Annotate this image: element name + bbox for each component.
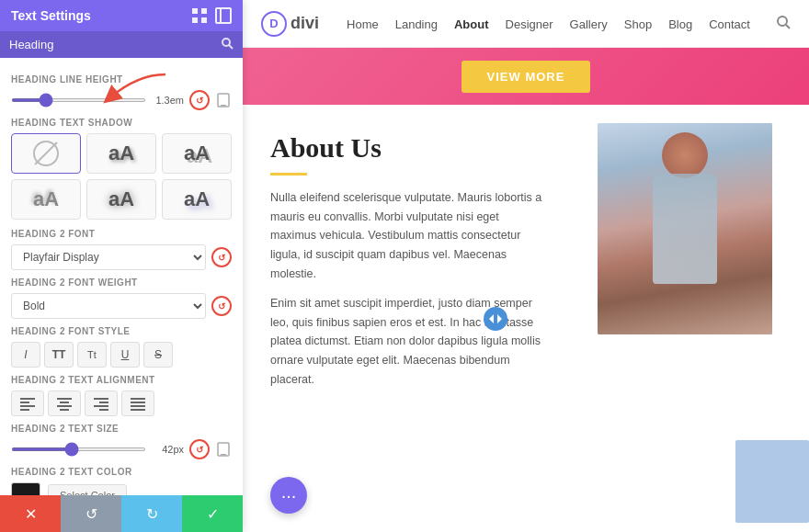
align-center[interactable] bbox=[48, 391, 81, 416]
h2-font-row: Playfair Display Open Sans Roboto ↺ bbox=[11, 244, 232, 270]
nav-contact[interactable]: Contact bbox=[709, 17, 750, 31]
svg-rect-26 bbox=[218, 443, 229, 456]
fab-button[interactable]: ··· bbox=[270, 477, 307, 514]
h2-weight-reset[interactable]: ↺ bbox=[211, 296, 232, 316]
panel-fullscreen-icon[interactable] bbox=[215, 7, 232, 24]
h2-size-device[interactable] bbox=[215, 441, 232, 458]
cancel-button[interactable]: ✕ bbox=[0, 495, 61, 532]
h2-style-label: Heading 2 Font Style bbox=[11, 326, 232, 336]
text-settings-panel: Text Settings bbox=[0, 0, 243, 532]
style-italic[interactable]: I bbox=[11, 342, 40, 368]
nav-home[interactable]: Home bbox=[347, 17, 379, 31]
h2-weight-row: Bold Normal Light 800 ↺ bbox=[11, 293, 232, 319]
search-input[interactable] bbox=[9, 38, 221, 51]
style-tt-lower[interactable]: Tt bbox=[77, 342, 107, 368]
line-height-device[interactable] bbox=[215, 92, 232, 108]
svg-line-29 bbox=[786, 25, 790, 28]
shadow-option-2[interactable]: aA bbox=[162, 133, 232, 174]
nav-search-icon[interactable] bbox=[776, 15, 791, 33]
svg-rect-10 bbox=[20, 398, 35, 400]
style-strikethrough[interactable]: S bbox=[143, 342, 173, 368]
align-justify[interactable] bbox=[121, 391, 154, 416]
nav-gallery[interactable]: Gallery bbox=[570, 17, 608, 31]
nav-shop[interactable]: Shop bbox=[624, 17, 652, 31]
shadow-option-none[interactable] bbox=[11, 133, 81, 174]
view-more-button[interactable]: VIEW MORE bbox=[461, 61, 591, 93]
shadow-grid: aA aA aA aA aA bbox=[11, 133, 232, 220]
panel-footer: ✕ ↺ ↻ ✓ bbox=[0, 495, 243, 532]
panel-header: Text Settings bbox=[0, 0, 243, 31]
about-image bbox=[598, 123, 772, 334]
nav-designer[interactable]: Designer bbox=[506, 17, 553, 31]
svg-rect-18 bbox=[94, 398, 108, 400]
about-section: About Us Nulla eleifend scelerisque vulp… bbox=[243, 105, 570, 532]
nav-blog[interactable]: Blog bbox=[668, 17, 692, 31]
search-icon[interactable] bbox=[221, 37, 234, 52]
h2-weight-label: Heading 2 Font Weight bbox=[11, 277, 232, 288]
h2-size-label: Heading 2 Text Size bbox=[11, 424, 232, 434]
align-right[interactable] bbox=[85, 391, 118, 416]
svg-rect-13 bbox=[20, 409, 29, 411]
about-heading: About Us bbox=[270, 132, 542, 164]
shadow-option-1[interactable]: aA bbox=[86, 133, 156, 174]
h2-select-color-btn[interactable]: Select Color bbox=[48, 484, 127, 495]
h2-font-select[interactable]: Playfair Display Open Sans Roboto bbox=[11, 244, 206, 270]
svg-rect-11 bbox=[20, 402, 29, 403]
h2-style-btns: I TT Tt U S bbox=[11, 342, 232, 368]
about-divider bbox=[270, 173, 307, 175]
svg-rect-23 bbox=[131, 402, 145, 403]
site-logo: D divi bbox=[261, 11, 319, 37]
svg-rect-8 bbox=[218, 94, 229, 107]
h2-font-label: Heading 2 Font bbox=[11, 229, 232, 239]
h2-font-reset[interactable]: ↺ bbox=[211, 247, 232, 267]
line-height-reset[interactable]: ↺ bbox=[189, 90, 210, 110]
svg-rect-3 bbox=[201, 17, 207, 23]
expand-icon[interactable] bbox=[484, 307, 507, 331]
h2-color-row: Select Color bbox=[11, 482, 232, 495]
svg-rect-22 bbox=[131, 398, 145, 400]
shadow-option-3[interactable]: aA bbox=[11, 179, 81, 220]
panel-content: Heading Line Height 1.3em ↺ Heading Text… bbox=[0, 58, 243, 495]
svg-rect-12 bbox=[20, 405, 35, 407]
h2-weight-select[interactable]: Bold Normal Light 800 bbox=[11, 293, 206, 319]
svg-rect-4 bbox=[216, 8, 231, 23]
h2-size-reset[interactable]: ↺ bbox=[189, 439, 210, 459]
h2-color-label: Heading 2 Text Color bbox=[11, 467, 232, 477]
site-content: About Us Nulla eleifend scelerisque vulp… bbox=[243, 105, 809, 532]
svg-rect-16 bbox=[57, 405, 72, 407]
shadow-option-5[interactable]: aA bbox=[162, 179, 232, 220]
svg-rect-14 bbox=[57, 398, 72, 400]
svg-rect-1 bbox=[201, 8, 207, 14]
nav-landing[interactable]: Landing bbox=[395, 17, 438, 31]
site-nav: D divi Home Landing About Designer Galle… bbox=[243, 0, 809, 48]
panel-title: Text Settings bbox=[11, 8, 91, 23]
image-blue-rect bbox=[735, 440, 809, 523]
svg-rect-17 bbox=[60, 409, 69, 411]
h2-size-value: 42px bbox=[152, 444, 184, 455]
svg-rect-21 bbox=[99, 409, 108, 411]
panel-grid-icon[interactable] bbox=[191, 7, 208, 24]
hero-strip: VIEW MORE bbox=[243, 48, 809, 105]
logo-text: divi bbox=[291, 14, 319, 33]
about-para-1: Nulla eleifend scelerisque vulputate. Ma… bbox=[270, 188, 542, 283]
align-left[interactable] bbox=[11, 391, 44, 416]
image-area bbox=[570, 105, 809, 532]
undo-button[interactable]: ↺ bbox=[61, 495, 121, 532]
fab-icon: ··· bbox=[281, 486, 297, 504]
shadow-option-4[interactable]: aA bbox=[86, 179, 156, 220]
redo-button[interactable]: ↻ bbox=[121, 495, 182, 532]
nav-about[interactable]: About bbox=[454, 17, 489, 31]
svg-rect-24 bbox=[131, 405, 145, 407]
svg-rect-0 bbox=[192, 8, 198, 14]
svg-rect-15 bbox=[60, 402, 69, 403]
style-tt[interactable]: TT bbox=[44, 342, 74, 368]
h2-color-swatch[interactable] bbox=[11, 482, 40, 495]
confirm-button[interactable]: ✓ bbox=[182, 495, 243, 532]
svg-point-28 bbox=[778, 17, 787, 26]
search-bar bbox=[0, 31, 243, 58]
style-underline[interactable]: U bbox=[110, 342, 140, 368]
h2-size-slider[interactable] bbox=[11, 447, 146, 451]
svg-rect-9 bbox=[221, 105, 226, 107]
svg-line-7 bbox=[229, 45, 233, 49]
panel-header-icons bbox=[191, 7, 232, 24]
